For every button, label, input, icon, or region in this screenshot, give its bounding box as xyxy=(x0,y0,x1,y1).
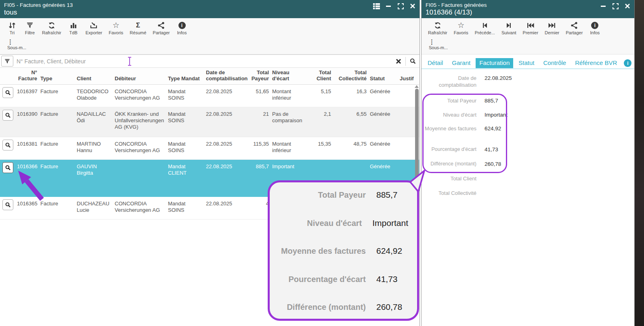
left-toolbar: Tri Filtre Rafraîchir TdB Exporter xyxy=(0,18,420,38)
detail-tabs: Détail Garant Facturation Statut Contrôl… xyxy=(422,54,634,69)
callout-row: Moyenne des factures 624,92 xyxy=(276,246,408,256)
invoice-detail-window: FI05 - Factures générées 1016366 (4/13) … xyxy=(421,0,635,326)
bar-chart-icon xyxy=(69,21,78,29)
field-row: Niveau d'écart Important xyxy=(422,111,508,118)
maximize-icon[interactable] xyxy=(612,2,619,10)
share-button[interactable]: Partager xyxy=(562,20,586,36)
table-row[interactable]: 1016381 Facture MARTINO Hannu CONCORDIA … xyxy=(0,137,419,160)
tabs-info-icon[interactable]: i xyxy=(624,59,631,67)
right-submenu[interactable]: ⋮ Sous-m... xyxy=(422,38,634,54)
field-row: Total Payeur 885,7 xyxy=(422,97,498,104)
refresh-icon xyxy=(48,21,56,29)
right-toolbar: Rafraîchir ☆ Favoris Précéde... Suivant … xyxy=(422,18,634,38)
tab-facturation[interactable]: Facturation xyxy=(476,58,513,68)
info-icon: i xyxy=(591,21,598,29)
next-button[interactable]: Suivant xyxy=(498,20,520,36)
row-detail-magnifier-icon[interactable] xyxy=(2,162,13,173)
tab-garant[interactable]: Garant xyxy=(448,58,474,69)
col-header[interactable]: Débiteur xyxy=(114,74,167,84)
last-button[interactable]: Dernier xyxy=(541,20,562,36)
refresh-button[interactable]: Rafraîchir xyxy=(425,20,451,36)
clear-search-icon[interactable] xyxy=(392,59,405,64)
row-detail-magnifier-icon[interactable] xyxy=(2,110,13,121)
col-header[interactable]: Type Mandat xyxy=(167,74,205,84)
field-row: Total Collectivité xyxy=(422,190,485,196)
row-detail-magnifier-icon[interactable] xyxy=(2,199,13,210)
tool-label: Précéde... xyxy=(475,30,495,35)
tool-label: Exporter xyxy=(86,30,103,35)
tool-label: Résumé xyxy=(130,30,146,35)
table-row[interactable]: 1016390 Facture NADAILLAC Ödi ÖKK Kranke… xyxy=(0,107,419,137)
minimize-icon[interactable] xyxy=(600,2,607,10)
col-header[interactable]: Total Collectivité xyxy=(334,68,369,84)
tab-detail[interactable]: Détail xyxy=(424,58,447,69)
col-header[interactable]: Total Client xyxy=(310,68,334,84)
sigma-icon: Σ xyxy=(136,21,140,29)
refresh-icon xyxy=(434,21,442,29)
export-button[interactable]: Exporter xyxy=(82,20,106,36)
export-icon xyxy=(90,21,98,29)
tab-statut[interactable]: Statut xyxy=(515,58,538,69)
favorites-button[interactable]: ☆ Favoris xyxy=(105,20,126,36)
tool-label: Rafraîchir xyxy=(42,30,61,35)
tab-reference-bvr[interactable]: Référence BVR xyxy=(571,58,621,69)
info-icon: i xyxy=(178,21,186,29)
first-button[interactable]: Premier xyxy=(520,20,542,36)
search-input[interactable] xyxy=(13,58,392,65)
row-detail-magnifier-icon[interactable] xyxy=(2,87,13,98)
field-row: Moyenne des factures 624,92 xyxy=(422,125,501,132)
row-detail-magnifier-icon[interactable] xyxy=(2,140,13,150)
list-view-icon[interactable] xyxy=(373,2,380,10)
table-row[interactable]: 1016397 Facture TEODORICO Olabode CONCOR… xyxy=(0,85,419,107)
share-icon xyxy=(570,21,578,29)
sort-button[interactable]: Tri xyxy=(3,20,21,36)
minimize-icon[interactable] xyxy=(385,2,392,10)
close-icon[interactable] xyxy=(624,2,631,10)
col-header[interactable]: Statut xyxy=(369,74,399,84)
right-titlebar: FI05 - Factures générées 1016366 (4/13) xyxy=(422,0,634,18)
col-header[interactable]: Justif xyxy=(399,74,415,84)
tool-label: Suivant xyxy=(501,30,516,35)
col-header[interactable]: Type xyxy=(40,74,76,84)
filter-button[interactable]: Filtre xyxy=(21,20,39,36)
search-submit-icon[interactable] xyxy=(406,58,420,65)
field-row: Date de comptabilisation 22.08.2025 xyxy=(422,75,512,88)
favorites-button[interactable]: ☆ Favoris xyxy=(451,20,472,36)
share-button[interactable]: Partager xyxy=(149,20,173,36)
magnified-fields-callout: Total Payeur 885,7 Niveau d'écart Import… xyxy=(268,180,419,321)
tool-label: Favoris xyxy=(109,30,123,35)
search-filter-button[interactable] xyxy=(1,56,13,67)
table-header: N° Facture Type Client Débiteur Type Man… xyxy=(0,68,419,85)
tool-label: TdB xyxy=(69,30,78,35)
scroll-up-icon[interactable] xyxy=(415,85,419,88)
left-titlebar: FI05 - Factures générées 13 tous xyxy=(0,0,420,18)
field-row: Total Client xyxy=(422,175,485,182)
col-header[interactable]: Date de comptabilisation xyxy=(205,68,248,84)
col-header[interactable]: Niveau d'écart xyxy=(271,68,310,84)
col-header[interactable]: Client xyxy=(76,74,114,84)
tool-label: Infos xyxy=(177,30,187,35)
dashboard-button[interactable]: TdB xyxy=(65,20,82,36)
tab-controle[interactable]: Contrôle xyxy=(539,58,570,69)
refresh-button[interactable]: Rafraîchir xyxy=(39,20,65,36)
close-icon[interactable] xyxy=(409,2,416,10)
info-button[interactable]: i Infos xyxy=(586,20,604,36)
maximize-icon[interactable] xyxy=(397,2,404,10)
skip-previous-icon xyxy=(481,21,489,29)
tool-label: Dernier xyxy=(545,30,559,35)
summary-button[interactable]: Σ Résumé xyxy=(126,20,149,36)
previous-button[interactable]: Précéde... xyxy=(472,20,498,36)
tool-label: Tri xyxy=(10,30,15,35)
window-title: FI05 - Factures générées 13 xyxy=(4,2,415,8)
window-subtitle: tous xyxy=(4,8,415,17)
info-button[interactable]: i Infos xyxy=(173,20,191,36)
search-bar xyxy=(0,54,420,68)
filter-icon xyxy=(26,21,34,29)
col-header[interactable]: N° Facture xyxy=(16,68,40,84)
field-row: Différence (montant) 260,78 xyxy=(422,161,501,167)
left-submenu[interactable]: ⋮ Sous-m... xyxy=(0,38,420,54)
callout-row: Pourcentage d'écart 41,73 xyxy=(276,274,408,284)
col-header[interactable]: Total Payeur xyxy=(248,68,271,84)
kebab-menu-icon: ⋮ xyxy=(429,39,634,45)
callout-row: Niveau d'écart Important xyxy=(276,218,408,228)
